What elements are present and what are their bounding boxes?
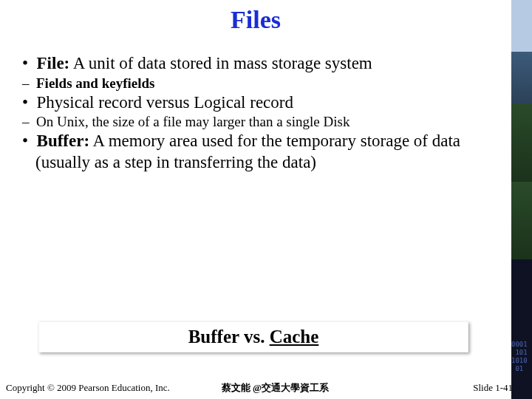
callout-cache: Cache xyxy=(270,327,319,347)
bullet-physical-sub-text: On Unix, the size of a file may larger t… xyxy=(36,114,349,129)
decor-right-strip: 0001 101 1010 01 xyxy=(511,0,532,399)
footer: Copyright © 2009 Pearson Education, Inc.… xyxy=(6,381,526,395)
bullet-file-sub: – Fields and keyfields xyxy=(22,75,489,92)
bullet-file-def: A unit of data stored in mass storage sy… xyxy=(69,54,372,72)
callout-box: Buffer vs. Cache xyxy=(38,321,468,352)
slide-title: Files xyxy=(0,6,511,34)
footer-copyright: Copyright © 2009 Pearson Education, Inc. xyxy=(6,382,170,394)
bullet-physical: • Physical record versus Logical record xyxy=(22,92,489,114)
footer-slide-number: Slide 1-41 xyxy=(473,382,526,394)
bullet-file-sub-text: Fields and keyfields xyxy=(36,75,154,91)
bullet-file-term: File: xyxy=(37,54,70,72)
decor-bits: 0001 101 1010 01 xyxy=(511,259,532,373)
bullet-buffer-def: A memory area used for the temporary sto… xyxy=(35,132,460,171)
bullet-buffer: • Buffer: A memory area used for the tem… xyxy=(22,131,489,174)
bullet-physical-text: Physical record versus Logical record xyxy=(37,93,293,112)
decor-binary-panel: 0001 101 1010 01 xyxy=(511,259,532,399)
footer-author: 蔡文能 @交通大學資工系 xyxy=(170,381,473,395)
decor-mountain-image xyxy=(511,0,532,259)
bullet-file: • File: A unit of data stored in mass st… xyxy=(22,53,489,75)
bullet-physical-sub: – On Unix, the size of a file may larger… xyxy=(22,113,489,131)
bullet-buffer-term: Buffer: xyxy=(37,132,90,150)
slide-area: Files • File: A unit of data stored in m… xyxy=(0,0,511,399)
slide-content: • File: A unit of data stored in mass st… xyxy=(0,34,511,174)
callout-lead: Buffer vs. xyxy=(188,327,270,347)
